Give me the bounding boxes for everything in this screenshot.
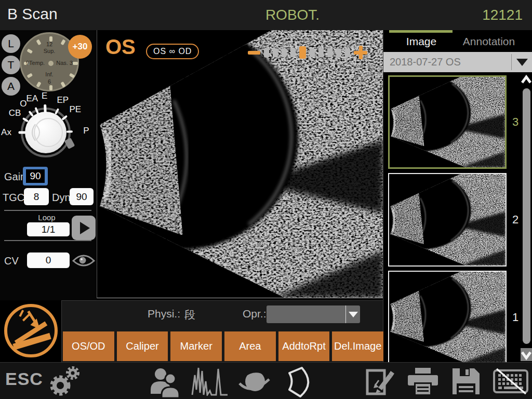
chevron-down-icon (521, 348, 532, 361)
operator-dropdown[interactable] (267, 305, 360, 323)
divider (511, 54, 512, 70)
brightness-segment-1[interactable] (264, 48, 269, 57)
gear-icon (46, 365, 85, 398)
brightness-segments (264, 46, 350, 59)
os-od-compare-toggle[interactable]: OS ∞ OD (146, 44, 199, 59)
probe-contact-icon (7, 307, 55, 354)
edit-report-button[interactable] (363, 366, 395, 397)
clock-label-nas: Nas. 3 (56, 60, 73, 66)
image-thumbnail-2[interactable] (388, 173, 507, 267)
brightness-segment-3[interactable] (282, 48, 287, 57)
brightness-segment-9[interactable] (336, 48, 341, 57)
tool-button-addtorpt[interactable]: AddtoRpt (278, 331, 330, 361)
chevron-up-icon (521, 74, 532, 86)
scrollbar-down-button[interactable] (521, 348, 532, 361)
thumbnail-number: 1 (509, 311, 522, 324)
thumbnail-row: 2 (388, 173, 522, 267)
brightness-segment-7[interactable] (318, 48, 324, 57)
keyboard-toggle-button[interactable] (493, 368, 529, 395)
clock-label-inf: Inf. (21, 71, 77, 77)
b-scan-mode-button[interactable] (283, 364, 315, 398)
waveform-icon (191, 366, 229, 396)
clock-center-dot (48, 61, 54, 66)
probe-button-l[interactable]: L (2, 34, 20, 53)
thumbnail-scan-image (389, 272, 506, 363)
operator-dropdown-arrow[interactable] (345, 305, 360, 323)
image-thumbnail-1[interactable] (388, 271, 507, 364)
print-button[interactable] (406, 367, 440, 397)
chevron-down-icon (349, 312, 358, 317)
keyboard-disabled-icon (493, 368, 529, 395)
thumbnail-list: 321 (388, 75, 522, 368)
cv-field[interactable]: 0 (27, 252, 70, 268)
physician-label: Physi.: (148, 308, 180, 322)
brightness-segment-2[interactable] (273, 48, 278, 57)
brightness-segment-6[interactable] (310, 48, 315, 57)
cv-label: CV (4, 255, 19, 267)
brightness-segment-5[interactable] (299, 46, 306, 59)
physician-value: 段 (184, 308, 195, 322)
tool-button-area[interactable]: Area (224, 331, 276, 361)
physician-row: Physi.: 段 (148, 308, 195, 322)
brightness-segment-8[interactable] (327, 48, 332, 57)
eye-visibility-icon[interactable] (72, 253, 96, 269)
brightness-segment-10[interactable] (345, 48, 350, 57)
scrollbar-thumb[interactable] (523, 88, 530, 344)
scan-swirl-icon (237, 368, 271, 396)
gain-field[interactable]: 90 (23, 167, 48, 185)
clock-label-temp: 9Temp. (26, 60, 45, 66)
mode-dial-label-cb: CB (9, 108, 21, 118)
probe-contact-button[interactable] (4, 304, 58, 357)
top-bar: B Scan ROBOT. 12121 (0, 0, 532, 30)
a-scan-button[interactable] (191, 366, 229, 396)
mode-dial-label-p: P (83, 126, 89, 136)
loop-counter-field[interactable]: 1/1 (27, 222, 70, 236)
dyn-label: Dyn (52, 192, 71, 204)
thumbnail-scan-image (390, 77, 505, 167)
brightness-decrease-button[interactable] (248, 51, 260, 55)
fundus-mode-button[interactable] (237, 368, 271, 396)
tgc-field[interactable]: 8 (24, 188, 49, 205)
divider (4, 240, 91, 241)
mode-title: B Scan (7, 5, 58, 23)
loop-label: Loop (21, 213, 73, 222)
tab-annotation[interactable]: Annotation (450, 35, 528, 48)
eye-diagram-icon (25, 112, 66, 153)
exam-dropdown[interactable]: 2018-07-27 OS (383, 52, 532, 72)
brightness-increase-button[interactable] (354, 46, 367, 59)
mode-dial-tick (18, 131, 25, 134)
thumbnail-row: 3 (388, 75, 522, 169)
print-icon (406, 367, 440, 397)
mode-dial-label-ep: EP (57, 95, 69, 105)
brightness-segment-4[interactable] (290, 48, 296, 57)
tool-button-caliper[interactable]: Caliper (117, 331, 168, 361)
loop-play-button[interactable] (72, 216, 96, 240)
image-thumbnail-3[interactable] (388, 75, 507, 169)
ultrasound-image[interactable] (97, 30, 383, 298)
probe-button-t[interactable]: T (2, 56, 20, 74)
tool-button-marker[interactable]: Marker (170, 331, 222, 361)
tool-button-os-od[interactable]: OS/OD (63, 331, 114, 361)
tab-image[interactable]: Image (398, 35, 445, 48)
settings-button[interactable] (46, 365, 85, 398)
mode-dial-label-e: E (42, 91, 47, 101)
tool-button-del-image[interactable]: Del.Image (332, 331, 383, 361)
mode-dial-tick (44, 104, 47, 113)
mode-dial-label-ea: EA (26, 94, 38, 104)
dyn-field[interactable]: 90 (70, 188, 94, 205)
patients-button[interactable] (149, 368, 182, 398)
clock-label-6: 6 (21, 78, 77, 85)
thumbnail-scan-image (389, 174, 506, 265)
scrollbar-up-button[interactable] (521, 74, 532, 86)
mode-dial-knob[interactable] (25, 112, 66, 153)
ultrasound-display[interactable]: OS OS ∞ OD (97, 30, 383, 298)
esc-button[interactable]: ESC (5, 369, 43, 389)
play-icon (80, 222, 90, 234)
mode-dial-label-ax: Ax (1, 127, 11, 138)
mode-dial-label-pe: PE (69, 104, 81, 115)
save-button[interactable] (450, 366, 482, 397)
measure-mode-dial[interactable]: AxCBOEAEEPPEP (0, 88, 97, 178)
operator-label: Opr.: (243, 308, 267, 320)
brightness-slider (248, 46, 367, 59)
active-tab-indicator (389, 30, 453, 33)
